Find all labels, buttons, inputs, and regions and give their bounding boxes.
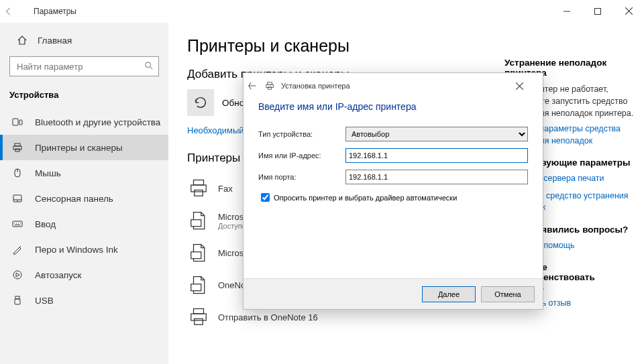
hostname-label: Имя или IP-адрес: (258, 151, 345, 160)
add-printer-dialog: Установка принтера Введите имя или IP-ад… (243, 72, 543, 310)
printer-icon (12, 142, 27, 153)
sidebar-home[interactable]: Главная (0, 28, 168, 52)
sidebar-item-label: Принтеры и сканеры (35, 143, 123, 153)
svg-rect-6 (13, 119, 18, 125)
devices-icon (12, 117, 27, 127)
sidebar-header: Устройства (0, 84, 168, 109)
sidebar-item-label: Перо и Windows Ink (35, 245, 118, 255)
port-label: Имя порта: (258, 173, 345, 181)
keyboard-icon (12, 219, 27, 229)
svg-point-4 (146, 62, 151, 68)
query-printer-checkbox-label: Опросить принтер и выбрать драйвер автом… (274, 194, 457, 202)
svg-rect-24 (15, 299, 20, 304)
refresh-icon (193, 95, 208, 110)
dialog-back-button[interactable] (248, 81, 262, 90)
printer-icon (265, 81, 278, 90)
document-icon (187, 241, 210, 264)
sidebar: Главная Устройства Bluetooth и другие ус… (0, 23, 168, 364)
svg-rect-30 (191, 284, 201, 291)
query-printer-checkbox[interactable]: Опросить принтер и выбрать драйвер автом… (258, 191, 528, 204)
svg-rect-33 (195, 319, 203, 325)
dialog-close-button[interactable] (516, 82, 539, 90)
sidebar-item-pen[interactable]: Перо и Windows Ink (0, 237, 168, 262)
svg-rect-8 (15, 143, 20, 146)
sidebar-item-autoplay[interactable]: Автозапуск (0, 262, 168, 288)
svg-rect-1 (595, 8, 601, 14)
cancel-button[interactable]: Отмена (481, 286, 535, 302)
svg-rect-34 (268, 82, 272, 85)
svg-rect-32 (191, 314, 207, 320)
maximize-button[interactable] (582, 0, 613, 23)
dialog-heading: Введите имя или IP-адрес принтера (258, 101, 528, 112)
touchpad-icon (12, 193, 27, 204)
document-icon (187, 209, 210, 232)
sidebar-item-printers[interactable]: Принтеры и сканеры (0, 135, 168, 160)
query-printer-checkbox-input[interactable] (261, 193, 270, 202)
svg-rect-31 (194, 309, 204, 314)
svg-point-22 (13, 271, 21, 279)
sidebar-item-touchpad[interactable]: Сенсорная панель (0, 186, 168, 211)
sidebar-item-label: Bluetooth и другие устройства (35, 117, 160, 127)
sidebar-item-label: Мышь (35, 168, 61, 178)
close-button[interactable] (613, 0, 644, 23)
mouse-icon (12, 168, 27, 178)
sidebar-home-label: Главная (38, 36, 72, 46)
page-title: Принтеры и сканеры (187, 36, 625, 56)
svg-rect-16 (13, 221, 22, 227)
svg-rect-25 (194, 180, 204, 186)
pen-icon (12, 244, 27, 255)
sidebar-item-typing[interactable]: Ввод (0, 211, 168, 237)
home-icon (16, 34, 28, 46)
printer-icon (187, 177, 210, 200)
sidebar-item-label: Сенсорная панель (35, 194, 113, 204)
usb-icon (12, 295, 27, 306)
svg-rect-28 (191, 220, 201, 227)
hostname-input[interactable] (345, 148, 528, 163)
svg-rect-26 (191, 185, 207, 192)
autoplay-icon (12, 269, 27, 280)
refresh-button[interactable] (187, 89, 214, 116)
svg-rect-29 (191, 252, 201, 259)
sidebar-item-usb[interactable]: USB (0, 288, 168, 313)
search-icon (144, 61, 154, 70)
window-title: Параметры (34, 7, 76, 16)
back-icon[interactable] (4, 7, 24, 16)
sidebar-item-mouse[interactable]: Мышь (0, 160, 168, 186)
sidebar-item-label: Ввод (35, 219, 56, 229)
printer-name: Отправить в OneNote 16 (218, 312, 318, 322)
sidebar-item-label: Автозапуск (35, 270, 82, 280)
svg-line-5 (150, 67, 153, 70)
svg-rect-27 (195, 190, 203, 196)
dialog-title: Установка принтера (281, 82, 350, 90)
device-type-select[interactable]: Автовыбор (345, 127, 528, 141)
sidebar-item-bluetooth[interactable]: Bluetooth и другие устройства (0, 109, 168, 135)
printer-name: Fax (218, 184, 233, 194)
device-type-label: Тип устройства: (258, 130, 345, 138)
search-input[interactable] (9, 56, 159, 76)
document-icon (187, 274, 210, 296)
svg-rect-23 (15, 296, 19, 299)
printer-icon (187, 306, 210, 328)
minimize-button[interactable] (551, 0, 582, 23)
next-button[interactable]: Далее (422, 286, 476, 302)
port-input[interactable] (345, 170, 528, 184)
svg-rect-7 (19, 120, 22, 125)
sidebar-item-label: USB (35, 296, 54, 306)
